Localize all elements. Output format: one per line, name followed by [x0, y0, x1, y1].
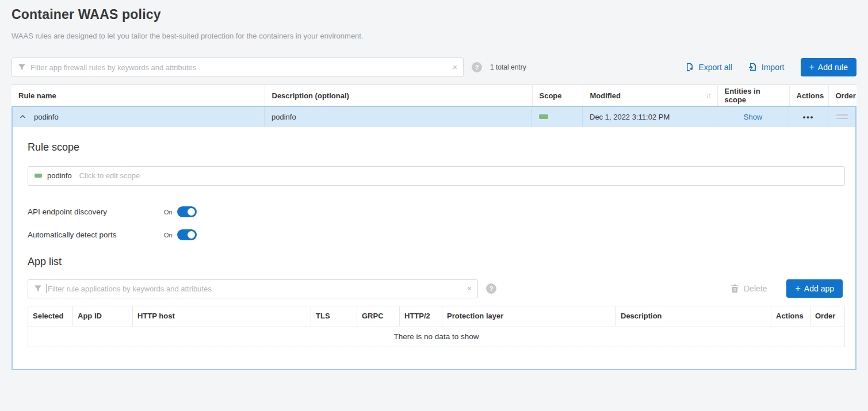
rule-modified: Dec 1, 2022 3:11:02 PM — [590, 113, 670, 121]
import-button[interactable]: Import — [748, 63, 785, 72]
col-protection-layer: Protection layer — [442, 306, 616, 326]
rule-name-cell: podinfo — [13, 107, 265, 127]
clear-filter-icon[interactable]: × — [467, 285, 472, 293]
col-modified-label: Modified — [590, 91, 621, 100]
delete-app-button[interactable]: Delete — [731, 284, 767, 293]
col-order: Order — [828, 85, 856, 106]
toggle-knob — [188, 231, 195, 239]
api-endpoint-discovery-toggle[interactable] — [177, 206, 197, 217]
col-entities-in-scope: Entities in scope — [717, 85, 789, 106]
app-list-toolbar: × ? Delete + Add app — [28, 279, 843, 298]
col-description: Description (optional) — [265, 85, 532, 106]
actions-menu-icon[interactable]: ••• — [803, 113, 815, 121]
export-all-label: Export all — [698, 63, 732, 72]
rule-modified-cell: Dec 1, 2022 3:11:02 PM — [583, 107, 717, 127]
filter-funnel-icon — [34, 285, 42, 293]
collapse-chevron-icon[interactable] — [20, 114, 26, 119]
auto-detect-ports-row: Automatically detect ports On — [28, 229, 843, 241]
page-subtitle: WAAS rules are designed to let you tailo… — [12, 32, 856, 40]
expanded-rule-card: podinfo podinfo Dec 1, 2022 3:11:02 PM S… — [12, 106, 856, 370]
rule-scope-editor[interactable]: podinfo Click to edit scope — [28, 166, 845, 186]
rule-entities-cell: Show — [717, 107, 789, 127]
export-icon — [685, 63, 694, 72]
rules-filter-input[interactable] — [30, 63, 447, 72]
rule-row-podinfo[interactable]: podinfo podinfo Dec 1, 2022 3:11:02 PM S… — [13, 107, 855, 127]
rule-name: podinfo — [34, 113, 59, 121]
app-list-heading: App list — [28, 256, 843, 268]
scope-value: podinfo — [47, 171, 72, 180]
app-filter-box[interactable]: × — [28, 279, 478, 298]
col-app-id: App ID — [73, 306, 133, 326]
import-icon — [748, 63, 758, 72]
add-app-button[interactable]: + Add app — [786, 279, 843, 298]
col-http2: HTTP/2 — [400, 306, 442, 326]
drag-handle-icon[interactable] — [836, 114, 848, 119]
page-title: Container WAAS policy — [12, 0, 856, 22]
col-rule-name: Rule name — [12, 85, 265, 106]
rule-scope-cell — [532, 107, 583, 127]
rules-table: Rule name Description (optional) Scope M… — [12, 84, 856, 106]
api-endpoint-discovery-label: API endpoint discovery — [28, 208, 164, 216]
col-scope: Scope — [532, 85, 583, 106]
app-list-table: Selected App ID HTTP host TLS GRPC HTTP/… — [28, 306, 845, 347]
auto-detect-ports-state: On — [164, 232, 173, 239]
rules-table-header-row: Rule name Description (optional) Scope M… — [12, 85, 856, 106]
clear-filter-icon[interactable]: × — [453, 63, 457, 71]
app-filter-help-icon[interactable]: ? — [486, 283, 496, 294]
col-tls: TLS — [311, 306, 357, 326]
col-app-description: Description — [616, 306, 771, 326]
toggle-knob — [188, 208, 195, 216]
import-label: Import — [762, 63, 785, 72]
rules-toolbar: × ? 1 total entry Export all Import + Ad… — [12, 57, 856, 77]
add-app-label: Add app — [804, 284, 834, 293]
delete-app-label: Delete — [744, 284, 767, 293]
text-cursor — [47, 284, 47, 293]
rules-filter-help-icon[interactable]: ? — [472, 62, 482, 72]
app-table-empty-row: There is no data to show — [28, 326, 845, 347]
plus-icon: + — [809, 62, 815, 72]
trash-icon — [731, 284, 739, 293]
rules-filter-box[interactable]: × — [12, 57, 464, 77]
api-endpoint-discovery-row: API endpoint discovery On — [28, 206, 843, 218]
plus-icon: + — [795, 283, 800, 294]
filter-funnel-icon — [18, 63, 26, 71]
container-waas-policy-page: Container WAAS policy WAAS rules are des… — [0, 0, 868, 370]
auto-detect-ports-toggle[interactable] — [177, 229, 197, 240]
add-rule-button[interactable]: + Add rule — [801, 58, 857, 76]
rule-detail-panel: Rule scope podinfo Click to edit scope A… — [13, 127, 855, 369]
rule-description-cell: podinfo — [265, 107, 532, 127]
col-actions: Actions — [789, 85, 828, 106]
col-grpc: GRPC — [357, 306, 400, 326]
col-app-order: Order — [810, 306, 845, 326]
scope-placeholder: Click to edit scope — [79, 171, 140, 180]
app-table-header-row: Selected App ID HTTP host TLS GRPC HTTP/… — [28, 306, 845, 326]
app-filter-input[interactable] — [48, 285, 461, 293]
sort-icon[interactable]: ↓↑ — [706, 91, 710, 99]
total-entry-count: 1 total entry — [490, 63, 526, 71]
col-http-host: HTTP host — [133, 306, 311, 326]
col-modified[interactable]: Modified ↓↑ — [583, 85, 717, 106]
rule-order-cell — [828, 107, 855, 127]
scope-collection-icon — [539, 114, 548, 119]
col-app-actions: Actions — [771, 306, 810, 326]
rule-scope-heading: Rule scope — [28, 141, 843, 153]
show-entities-link[interactable]: Show — [744, 113, 763, 121]
add-rule-label: Add rule — [818, 63, 848, 72]
scope-chip-icon — [35, 174, 42, 178]
rule-actions-cell: ••• — [789, 107, 828, 127]
col-selected: Selected — [28, 306, 73, 326]
empty-state-message: There is no data to show — [28, 326, 845, 347]
export-all-button[interactable]: Export all — [685, 63, 732, 72]
api-endpoint-discovery-state: On — [164, 209, 173, 216]
rule-description: podinfo — [272, 113, 296, 121]
auto-detect-ports-label: Automatically detect ports — [28, 231, 164, 239]
